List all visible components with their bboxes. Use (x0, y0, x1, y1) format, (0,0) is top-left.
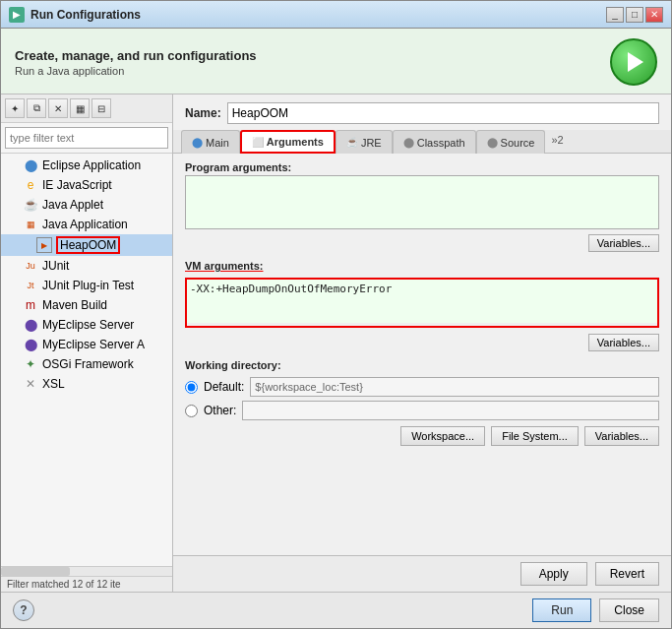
help-button[interactable]: ? (13, 599, 34, 621)
program-args-label: Program arguments: (185, 161, 659, 173)
tree-list[interactable]: ⬤ Eclipse Application e IE JavaScript ☕ … (1, 154, 172, 566)
other-radio-row: Other: (185, 401, 659, 420)
eclipse-app-icon: ⬤ (23, 157, 38, 173)
tree-item-myeclipse-server[interactable]: ⬤ MyEclipse Server (1, 315, 172, 335)
tree-item-label: MyEclipse Server A (42, 338, 145, 351)
maximize-button[interactable]: □ (626, 7, 643, 23)
apply-revert-bar: Apply Revert (173, 555, 671, 592)
tree-item-label: JUnit (42, 259, 69, 273)
run-close-row: Run Close (532, 598, 659, 622)
new-config-button[interactable]: ✦ (5, 98, 25, 118)
window-controls: _ □ ✕ (606, 7, 663, 23)
tab-arguments[interactable]: ⬜ Arguments (240, 130, 336, 154)
run-button[interactable] (610, 38, 657, 86)
name-input[interactable] (227, 102, 659, 124)
close-window-button[interactable]: ✕ (645, 7, 663, 23)
left-panel: ✦ ⧉ ✕ ▦ ⊟ ⬤ Eclipse Application e IE Jav… (1, 94, 173, 592)
arguments-tab-icon: ⬜ (252, 137, 264, 148)
revert-button[interactable]: Revert (595, 562, 659, 586)
tree-item-java-application[interactable]: ▦ Java Application (1, 215, 172, 234)
working-dir-section: Working directory: Default: Other: Works… (185, 359, 659, 446)
workdir-variables-button[interactable]: Variables... (584, 426, 659, 446)
tab-classpath[interactable]: ⬤ Classpath (393, 130, 476, 154)
tree-item-junit-plugin[interactable]: Jt JUnit Plug-in Test (1, 276, 172, 295)
myeclipse2-icon: ⬤ (23, 337, 38, 352)
right-panel: Name: ⬤ Main ⬜ Arguments ☕ JRE ⬤ (173, 94, 671, 592)
tab-classpath-label: Classpath (417, 137, 465, 149)
other-label: Other: (204, 404, 236, 417)
main-content: ✦ ⧉ ✕ ▦ ⊟ ⬤ Eclipse Application e IE Jav… (1, 94, 671, 592)
workspace-button[interactable]: Workspace... (400, 426, 485, 446)
tree-item-java-applet[interactable]: ☕ Java Applet (1, 195, 172, 215)
filter-button[interactable]: ▦ (70, 98, 90, 118)
close-dialog-button[interactable]: Close (599, 598, 659, 622)
tab-arguments-content: Program arguments: Variables... VM argum… (173, 154, 671, 555)
horizontal-scrollbar[interactable] (1, 566, 172, 576)
tab-source[interactable]: ⬤ Source (476, 130, 546, 154)
other-value-input[interactable] (242, 401, 659, 420)
vm-args-input[interactable]: -XX:+HeapDumpOnOutOfMemoryError (187, 280, 657, 323)
vm-args-wrap: -XX:+HeapDumpOnOutOfMemoryError (185, 278, 659, 328)
heapoom-icon: ▶ (36, 237, 52, 253)
tree-item-label: JUnit Plug-in Test (42, 279, 134, 292)
java-applet-icon: ☕ (23, 197, 38, 213)
maven-icon: m (23, 297, 38, 313)
tabs-bar: ⬤ Main ⬜ Arguments ☕ JRE ⬤ Classpath ⬤ (173, 130, 671, 154)
junit-plugin-icon: Jt (23, 278, 38, 293)
tree-item-label: XSL (42, 377, 65, 391)
tree-item-myeclipse-server2[interactable]: ⬤ MyEclipse Server A (1, 335, 172, 354)
jre-tab-icon: ☕ (346, 137, 358, 148)
bottom-bar: ? Run Close (1, 592, 671, 628)
tree-item-eclipse-app[interactable]: ⬤ Eclipse Application (1, 156, 172, 175)
myeclipse-icon: ⬤ (23, 317, 38, 333)
run-configurations-window: ▶ Run Configurations _ □ ✕ Create, manag… (0, 0, 672, 629)
tree-item-heapoom[interactable]: ▶ HeapOOM (1, 234, 172, 256)
tree-item-label: Maven Build (42, 298, 107, 312)
xsl-icon: ✕ (23, 376, 38, 392)
apply-button[interactable]: Apply (520, 562, 587, 586)
tab-more-label: »2 (551, 134, 563, 146)
tree-item-label: Eclipse Application (42, 158, 141, 172)
duplicate-button[interactable]: ⧉ (27, 98, 46, 118)
vm-args-section: VM arguments: -XX:+HeapDumpOnOutOfMemory… (185, 260, 659, 351)
minimize-button[interactable]: _ (606, 7, 624, 23)
tree-item-ie-javascript[interactable]: e IE JavaScript (1, 175, 172, 195)
tab-main[interactable]: ⬤ Main (181, 130, 240, 154)
working-dir-buttons: Workspace... File System... Variables... (185, 426, 659, 446)
main-tab-icon: ⬤ (192, 137, 203, 148)
delete-button[interactable]: ✕ (48, 98, 68, 118)
tree-item-osgi[interactable]: ✦ OSGi Framework (1, 354, 172, 374)
header-subtitle: Run a Java application (15, 65, 257, 77)
default-label: Default: (204, 380, 244, 394)
filter-input-wrap (1, 123, 172, 154)
filter-input[interactable] (5, 127, 168, 149)
classpath-tab-icon: ⬤ (403, 137, 414, 148)
source-tab-icon: ⬤ (487, 137, 498, 148)
tree-item-junit[interactable]: Ju JUnit (1, 256, 172, 276)
tree-item-maven[interactable]: m Maven Build (1, 295, 172, 315)
title-bar: ▶ Run Configurations _ □ ✕ (1, 1, 671, 29)
tab-more[interactable]: »2 (545, 130, 569, 153)
header-area: Create, manage, and run configurations R… (1, 29, 671, 94)
java-app-icon: ▦ (23, 217, 38, 232)
collapse-button[interactable]: ⊟ (92, 98, 111, 118)
run-triangle-icon (628, 52, 643, 72)
program-args-section: Program arguments: Variables... (185, 161, 659, 252)
run-button-bottom[interactable]: Run (532, 598, 591, 622)
name-row: Name: (173, 94, 671, 130)
tab-jre[interactable]: ☕ JRE (336, 130, 393, 154)
default-radio[interactable] (185, 381, 198, 394)
other-radio[interactable] (185, 405, 198, 417)
tab-arguments-label: Arguments (267, 136, 324, 148)
tab-source-label: Source (501, 137, 535, 149)
tree-item-xsl[interactable]: ✕ XSL (1, 374, 172, 394)
filesystem-button[interactable]: File System... (491, 426, 579, 446)
program-args-variables-button[interactable]: Variables... (588, 234, 659, 252)
program-args-wrap (185, 175, 659, 232)
junit-icon: Ju (23, 258, 38, 274)
vm-args-variables-button[interactable]: Variables... (588, 334, 659, 351)
tree-item-label: HeapOOM (56, 236, 120, 254)
tree-item-label: OSGi Framework (42, 357, 134, 371)
program-args-input[interactable] (185, 175, 659, 229)
working-dir-label: Working directory: (185, 359, 659, 371)
